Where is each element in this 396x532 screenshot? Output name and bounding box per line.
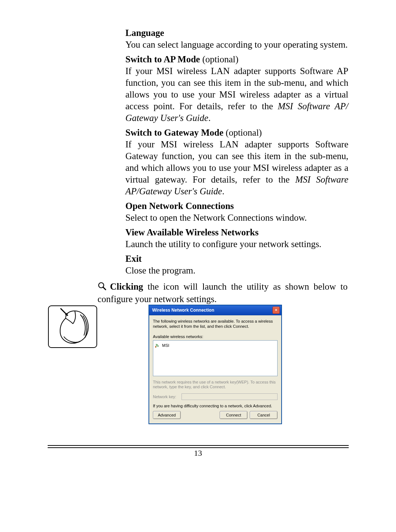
available-networks-label: Available wireless networks: — [153, 334, 278, 339]
close-button[interactable]: × — [272, 307, 280, 314]
click-note-bold: Clicking — [110, 282, 143, 291]
heading-gateway-title: Switch to Gateway Mode — [125, 128, 223, 137]
body-gateway-period: . — [222, 186, 224, 196]
advanced-button[interactable]: Advanced — [153, 411, 181, 419]
heading-gateway-optional: (optional) — [223, 128, 262, 137]
network-item[interactable]: MSI — [155, 342, 276, 349]
heading-exit: Exit — [125, 253, 348, 265]
network-key-input[interactable] — [182, 393, 278, 400]
mouse-illustration — [48, 305, 98, 348]
text-content: Language You can select language accordi… — [125, 27, 348, 276]
svg-rect-6 — [155, 346, 156, 348]
heading-open-net: Open Network Connections — [125, 200, 348, 212]
page-rule — [48, 447, 349, 448]
body-ap-mode: If your MSI wireless LAN adapter support… — [125, 65, 348, 124]
network-key-label: Network key: — [153, 395, 182, 399]
page-number: 13 — [0, 448, 396, 458]
wireless-dialog: Wireless Network Connection × The follow… — [149, 305, 282, 424]
heading-ap-mode-title: Switch to AP Mode — [125, 54, 200, 64]
dialog-intro: The following wireless networks are avai… — [153, 319, 278, 329]
heading-ap-mode: Switch to AP Mode (optional) — [125, 54, 348, 65]
wep-note: This network requires the use of a netwo… — [153, 380, 278, 390]
body-exit: Close the program. — [125, 265, 348, 276]
body-language: You can select language according to you… — [125, 39, 348, 51]
close-icon: × — [275, 308, 277, 312]
body-gateway-mode: If your MSI wireless LAN adapter support… — [125, 139, 348, 197]
dialog-titlebar: Wireless Network Connection × — [149, 305, 281, 315]
dialog-buttons: Advanced Connect Cancel — [153, 411, 278, 419]
body-ap-mode-period: . — [208, 113, 210, 123]
heading-gateway-mode: Switch to Gateway Mode (optional) — [125, 127, 348, 139]
network-name: MSI — [162, 343, 169, 348]
heading-language: Language — [125, 27, 348, 39]
svg-line-1 — [103, 287, 106, 290]
advanced-note: If you are having difficulty connecting … — [153, 404, 278, 408]
page: Language You can select language accordi… — [0, 0, 396, 532]
click-note: Clicking the icon will launch the utilit… — [98, 281, 348, 305]
heading-ap-mode-optional: (optional) — [200, 54, 238, 64]
page-rule — [48, 445, 349, 446]
connect-button[interactable]: Connect — [220, 411, 247, 419]
heading-view-avail: View Available Wireless Networks — [125, 227, 348, 238]
cancel-button[interactable]: Cancel — [250, 411, 278, 419]
body-view-avail: Launch the utility to configure your net… — [125, 238, 348, 250]
dialog-title: Wireless Network Connection — [152, 308, 214, 313]
magnifier-icon — [98, 282, 106, 293]
dialog-body: The following wireless networks are avai… — [149, 315, 281, 423]
body-open-net: Select to open the Network Connections w… — [125, 212, 348, 224]
available-networks-list[interactable]: MSI — [153, 340, 278, 376]
network-key-row: Network key: — [153, 393, 278, 400]
wifi-icon — [155, 343, 160, 348]
